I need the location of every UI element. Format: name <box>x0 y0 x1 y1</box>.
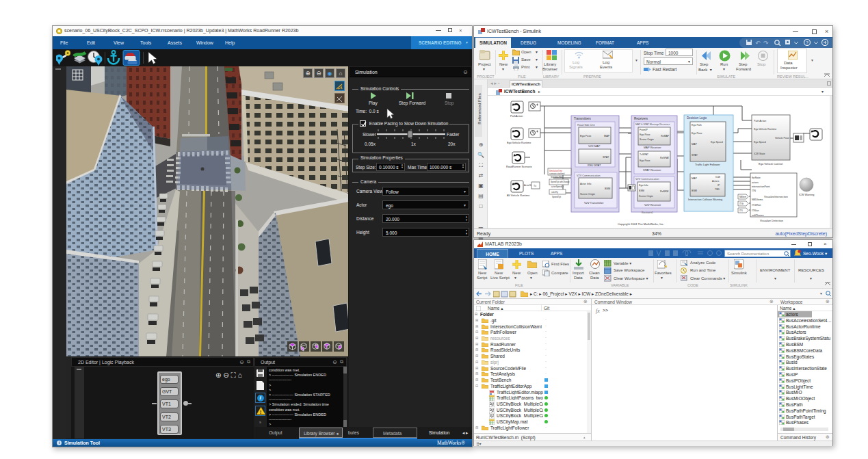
svg-text:MAP: MAP <box>604 135 610 137</box>
svg-text:ICW State: ICW State <box>754 153 765 155</box>
svg-text:RoadRunner Scenario: RoadRunner Scenario <box>506 166 532 168</box>
svg-text:NBDItems: NBDItems <box>752 198 763 201</box>
svg-text:SpeedTgt: SpeedTgt <box>552 196 561 198</box>
svg-text:ICW Warning: ICW Warning <box>799 194 814 196</box>
svg-text:Actors: Actors <box>712 180 719 183</box>
svg-text:Actor Info: Actor Info <box>580 183 591 185</box>
svg-text:Visualize Detection: Visualize Detection <box>760 219 783 222</box>
svg-text:MAP: MAP <box>692 177 697 180</box>
svg-text:RSU SPAT: RSU SPAT <box>588 163 601 167</box>
svg-text:ICW: ICW <box>715 176 721 179</box>
svg-text:BSM: BSM <box>605 187 610 190</box>
svg-text:?: ? <box>806 40 808 45</box>
svg-text:Transmitters: Transmitters <box>574 117 592 120</box>
svg-text:TBD: TBD <box>715 188 720 191</box>
svg-text:Path Action: Path Action <box>754 120 766 122</box>
svg-text:intersectionPoint: intersectionPoint <box>752 185 770 188</box>
svg-text:MAP & SPAT Message Receivers: MAP & SPAT Message Receivers <box>635 123 670 126</box>
svg-text:V2V Communication: V2V Communication <box>577 174 601 177</box>
svg-text:SPAT: SPAT <box>603 156 609 159</box>
svg-text:Scene Origin: Scene Origin <box>640 138 654 141</box>
svg-text:V2V Communication: V2V Communication <box>635 178 659 181</box>
svg-text:Scene Origin: Scene Origin <box>639 195 653 198</box>
svg-text:tlwState: tlwState <box>752 176 761 179</box>
svg-text:actorSpeedLt: actorSpeedLt <box>551 185 564 188</box>
svg-text:Ego Vehicle Runtime: Ego Vehicle Runtime <box>507 142 531 144</box>
svg-text:↷: ↷ <box>763 40 769 47</box>
svg-text:Decision Logic: Decision Logic <box>687 116 707 120</box>
svg-text:FromIP: FromIP <box>640 129 648 131</box>
svg-text:SPAT: SPAT <box>692 154 698 157</box>
svg-text:V2V Transmitter: V2V Transmitter <box>584 201 604 205</box>
svg-text:Intersection Collision Warning: Intersection Collision Warning <box>688 198 722 201</box>
svg-text:Ego Path: Ego Path <box>692 124 702 127</box>
svg-text:swLtVty: swLtVty <box>551 191 558 194</box>
svg-text:PathAction: PathAction <box>510 115 523 118</box>
svg-text:SPAT Receiver: SPAT Receiver <box>643 168 661 172</box>
svg-text:ITS: ITS <box>739 209 743 212</box>
svg-text:usltPhases: usltPhases <box>752 214 764 217</box>
svg-text:!: ! <box>260 409 262 415</box>
svg-text:Ego Pose: Ego Pose <box>580 135 591 137</box>
svg-text:Scene Origin: Scene Origin <box>580 193 595 196</box>
svg-text:RxSPAT: RxSPAT <box>660 157 670 159</box>
svg-text:BSM: BSM <box>639 189 644 192</box>
svg-text:SimTime Rln: SimTime Rln <box>551 176 562 179</box>
svg-text:Ego Info: Ego Info <box>639 184 648 187</box>
svg-text:Traffic Light Follower: Traffic Light Follower <box>695 163 721 166</box>
svg-text:ITGt: ITGt <box>739 202 744 205</box>
svg-text:Tx: Tx <box>534 185 536 187</box>
svg-text:Ego Vehicle Control: Ego Vehicle Control <box>759 162 782 166</box>
svg-text:Ego Speed: Ego Speed <box>754 141 766 144</box>
svg-text:Ego Vehicle Runtime: Ego Vehicle Runtime <box>754 128 776 131</box>
svg-text:scenario start/end: scenario start/end <box>549 172 565 175</box>
svg-text:RxBSM: RxBSM <box>660 190 668 193</box>
svg-text:MAP: MAP <box>692 143 697 146</box>
svg-text:ITSlan: ITSlan <box>752 209 759 212</box>
svg-text:BSM: BSM <box>692 189 697 192</box>
svg-text:TxSPAT: TxSPAT <box>640 153 649 156</box>
svg-text:Ego Speed: Ego Speed <box>711 141 723 144</box>
svg-text:VisualizeIntersection: VisualizeIntersection <box>764 196 788 198</box>
svg-text:↶: ↶ <box>755 40 761 47</box>
svg-text:SpeedTgt withChange: SpeedTgt withChange <box>551 181 570 183</box>
svg-text:RxMAP: RxMAP <box>661 135 670 137</box>
svg-text:V2X MAP: V2X MAP <box>588 144 601 148</box>
svg-text:ITN: ITN <box>752 189 756 192</box>
svg-text:Ego Pose: Ego Pose <box>640 159 650 162</box>
svg-text:Copyright 2024 The MathWorks,: Copyright 2024 The MathWorks, Inc. <box>618 222 664 226</box>
svg-text:Receivers1: Receivers1 <box>642 211 653 214</box>
svg-text:Ego Pose: Ego Pose <box>640 133 650 136</box>
svg-text:actors: actors <box>752 181 759 184</box>
svg-text:ITGtRun: ITGtRun <box>752 204 761 207</box>
svg-text:MAP Receiver: MAP Receiver <box>644 146 661 149</box>
svg-text:Road Side Unit: Road Side Unit <box>577 124 595 127</box>
svg-text:NBItem: NBItem <box>739 196 747 198</box>
svg-text:AV Vehicle Runtime: AV Vehicle Runtime <box>507 194 529 197</box>
svg-text:IP: IP <box>718 184 720 187</box>
svg-text:Receivers: Receivers <box>634 117 648 120</box>
svg-text:Vehicle Pose: Vehicle Pose <box>775 137 789 140</box>
svg-text:V2V Receiver: V2V Receiver <box>644 203 661 207</box>
svg-text:Ego Pose: Ego Pose <box>692 132 702 135</box>
